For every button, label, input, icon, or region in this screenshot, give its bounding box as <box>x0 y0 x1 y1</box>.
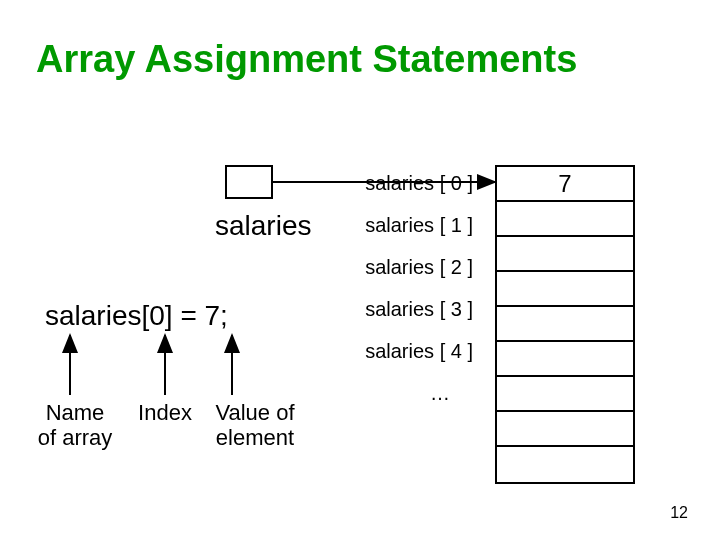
page-number: 12 <box>670 504 688 522</box>
index-label-3: salaries [ 3 ] <box>353 298 473 321</box>
annotation-name-line2: of array <box>38 425 113 450</box>
annotation-value: Value of element <box>205 400 305 451</box>
array-cell-3 <box>497 272 633 307</box>
pointer-box <box>225 165 273 199</box>
array-cell-8 <box>497 447 633 482</box>
index-label-2: salaries [ 2 ] <box>353 256 473 279</box>
assignment-statement: salaries[0] = 7; <box>45 300 228 332</box>
annotation-value-line2: element <box>216 425 294 450</box>
array-cell-1 <box>497 202 633 237</box>
annotation-name: Name of array <box>30 400 120 451</box>
annotation-name-line1: Name <box>46 400 105 425</box>
array-cell-7 <box>497 412 633 447</box>
slide-title: Array Assignment Statements <box>36 38 577 81</box>
array-cell-4 <box>497 307 633 342</box>
annotation-value-line1: Value of <box>215 400 294 425</box>
annotation-index: Index <box>130 400 200 425</box>
array-name-label: salaries <box>215 210 311 242</box>
index-label-1: salaries [ 1 ] <box>353 214 473 237</box>
index-label-4: salaries [ 4 ] <box>353 340 473 363</box>
array-cell-0: 7 <box>497 167 633 202</box>
array-cell-5 <box>497 342 633 377</box>
index-label-0: salaries [ 0 ] <box>353 172 473 195</box>
array-table: 7 <box>495 165 635 484</box>
array-cell-2 <box>497 237 633 272</box>
index-label-ellipsis: … <box>410 382 470 405</box>
array-cell-6 <box>497 377 633 412</box>
